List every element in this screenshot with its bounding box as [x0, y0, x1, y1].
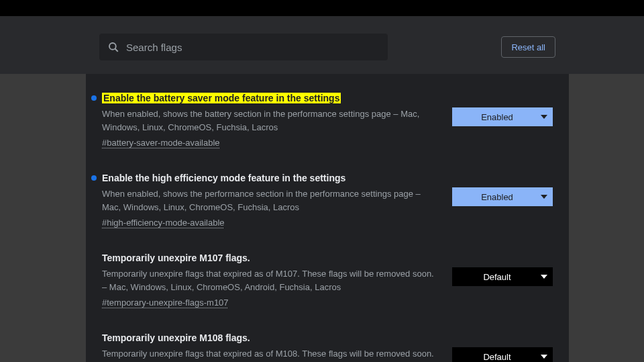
search-row: Reset all	[0, 26, 644, 74]
svg-point-0	[109, 43, 116, 50]
flag-description: Temporarily unexpire flags that expired …	[102, 267, 436, 293]
flag-select-wrap: Enabled	[452, 93, 553, 126]
flag-title[interactable]: Enable the battery saver mode feature in…	[102, 93, 341, 103]
flag-hash-link[interactable]: #high-efficiency-mode-available	[102, 218, 225, 228]
search-wrap	[99, 34, 388, 60]
flag-title[interactable]: Temporarily unexpire M107 flags.	[102, 253, 250, 263]
flag-hash-link[interactable]: #temporary-unexpire-flags-m107	[102, 298, 229, 308]
svg-line-1	[115, 48, 117, 51]
modified-dot-icon	[91, 95, 97, 101]
flag-title-row: Enable the battery saver mode feature in…	[91, 93, 436, 103]
flag-row: Temporarily unexpire M108 flags.Temporar…	[102, 332, 553, 362]
flag-row: Temporarily unexpire M107 flags.Temporar…	[102, 253, 553, 308]
flag-row: Enable the battery saver mode feature in…	[102, 93, 553, 148]
reset-all-button[interactable]: Reset all	[501, 36, 555, 58]
flags-panel: Enable the battery saver mode feature in…	[86, 74, 569, 362]
flag-row: Enable the high efficiency mode feature …	[102, 173, 553, 228]
flag-select-wrap: Default	[452, 253, 553, 286]
flag-select[interactable]: Enabled	[452, 107, 553, 126]
flag-description: When enabled, shows the battery section …	[102, 107, 436, 134]
search-icon	[107, 41, 119, 53]
flag-hash-link[interactable]: #battery-saver-mode-available	[102, 138, 220, 148]
header-spacer	[0, 16, 644, 26]
flag-text: Enable the high efficiency mode feature …	[102, 173, 436, 228]
flag-text: Enable the battery saver mode feature in…	[102, 93, 436, 148]
search-input[interactable]	[99, 34, 388, 60]
flag-description: When enabled, shows the performance sect…	[102, 187, 436, 214]
flag-select[interactable]: Default	[452, 347, 553, 362]
flag-title-row: Temporarily unexpire M108 flags.	[91, 332, 436, 343]
flag-select[interactable]: Enabled	[452, 187, 553, 206]
flag-text: Temporarily unexpire M108 flags.Temporar…	[102, 332, 436, 362]
flag-title[interactable]: Temporarily unexpire M108 flags.	[102, 332, 250, 343]
flag-select-wrap: Enabled	[452, 173, 553, 206]
modified-dot-icon	[91, 175, 97, 181]
flag-text: Temporarily unexpire M107 flags.Temporar…	[102, 253, 436, 308]
flag-select[interactable]: Default	[452, 267, 553, 286]
flag-select-wrap: Default	[452, 332, 553, 362]
flag-description: Temporarily unexpire flags that expired …	[102, 347, 436, 362]
flag-title-row: Temporarily unexpire M107 flags.	[91, 253, 436, 263]
window-titlebar	[0, 0, 644, 16]
flag-title[interactable]: Enable the high efficiency mode feature …	[102, 173, 345, 183]
flag-title-row: Enable the high efficiency mode feature …	[91, 173, 436, 183]
